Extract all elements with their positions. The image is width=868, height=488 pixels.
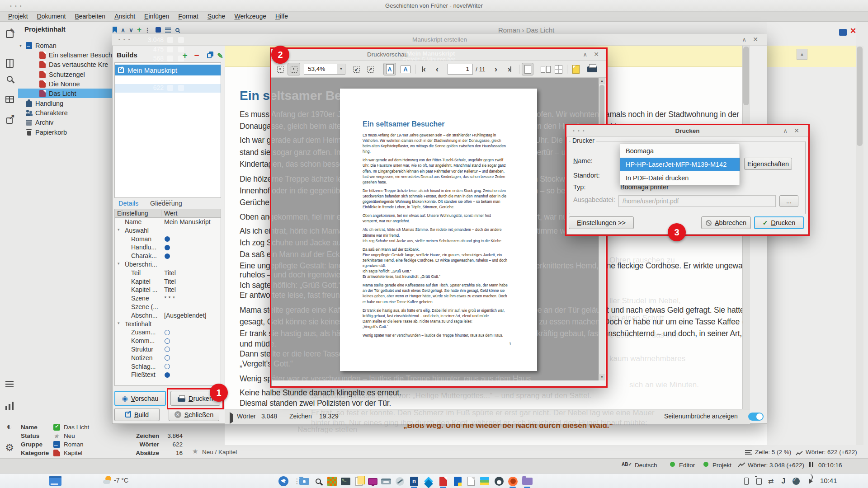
last-page-button[interactable]: › (504, 63, 515, 75)
detail-row[interactable]: ▾ Teil Titel (115, 269, 221, 277)
more-options-icon[interactable]: ⋮ (144, 26, 151, 33)
detail-row[interactable]: ▾ Name Mein Manuskript (115, 218, 221, 226)
paint-app-icon[interactable] (394, 476, 406, 487)
tree-item-charaktere[interactable]: ▾ Charaktere (18, 108, 112, 117)
weather-temperature[interactable]: -7 °C (114, 477, 128, 484)
mosaic-app-icon[interactable] (326, 476, 338, 487)
detail-row[interactable]: ▾ Kapitel Titel (115, 277, 221, 286)
detail-row[interactable]: ▾ Handlu... (115, 243, 221, 252)
drucken-confirm-button[interactable]: ✓Drucken (754, 216, 804, 229)
show-desktop-icon[interactable] (49, 476, 61, 486)
tree-item-archiv[interactable]: ▾ Archiv (18, 117, 112, 127)
launcher-bird-icon[interactable] (278, 476, 289, 487)
collapse-arrow-icon[interactable]: ▾ (19, 43, 26, 48)
novelwriter-app-icon[interactable] (408, 476, 420, 487)
window-dots-icon[interactable]: • • • (10, 0, 23, 12)
single-page-button[interactable] (522, 63, 533, 75)
list-view-icon[interactable] (164, 26, 171, 33)
scroll-up-icon[interactable]: ▲ (797, 49, 807, 60)
editor-scrollbar-thumb[interactable] (857, 47, 863, 146)
search-icon[interactable] (3, 72, 16, 85)
phone-tray-icon[interactable] (741, 477, 751, 485)
joplin-tray-icon[interactable] (778, 477, 788, 485)
next-page-button[interactable]: › (491, 63, 501, 75)
detail-row[interactable]: ▾ Überschri... (115, 260, 221, 269)
edit-mode-icon[interactable] (3, 28, 16, 40)
github-app-icon[interactable] (493, 476, 505, 487)
tree-item-nonne[interactable]: ▾ Die Nonne (18, 79, 112, 89)
first-page-button[interactable]: ‹ (419, 63, 429, 75)
menu-item[interactable]: Hilfe (271, 12, 292, 21)
display-app-icon[interactable] (367, 476, 378, 487)
zoom-dropdown-icon[interactable]: ▼ (337, 64, 345, 75)
menu-item[interactable]: Projekt (4, 12, 33, 21)
editor-maximize-icon[interactable] (839, 29, 847, 36)
text-doc-app-icon[interactable] (465, 476, 477, 487)
detail-row[interactable]: ▾ Szene * * * (115, 294, 221, 303)
overview-pages-button[interactable] (552, 63, 564, 75)
print-preview-titlebar[interactable]: Druckvorschau Mein Manuskript Erstellt: … (271, 49, 606, 61)
detail-row[interactable]: ▾ Schlag... (115, 362, 221, 371)
file-manager-icon[interactable] (298, 476, 310, 487)
tree-item-schutzengel[interactable]: ▾ Schutzengel (18, 70, 112, 79)
menu-item[interactable]: Ansicht (110, 12, 140, 21)
schliessen-button[interactable]: ✕ Schließen (169, 408, 219, 421)
stats-expand-icon[interactable] (230, 414, 233, 422)
add-item-icon[interactable]: + (136, 26, 143, 33)
menu-item[interactable]: Werkzeuge (230, 12, 271, 21)
tab-details[interactable]: Details (118, 200, 138, 207)
menu-item[interactable]: Format (174, 12, 203, 21)
filter-search-icon[interactable] (174, 26, 181, 33)
browse-button[interactable]: ... (779, 195, 798, 207)
pdf-app-icon[interactable] (437, 476, 449, 487)
minimize-icon[interactable]: ∧ (583, 49, 587, 60)
outline-icon[interactable] (3, 93, 16, 106)
move-down-icon[interactable]: ∨ (127, 26, 135, 33)
zoom-out-button[interactable]: ↙ (350, 63, 362, 75)
search-app-icon[interactable] (312, 476, 324, 487)
printer-option[interactable]: HP-HP-LaserJet-MFP-M139-M142 (620, 158, 740, 171)
output-file-input[interactable]: /home/user/print.pdf (618, 195, 776, 207)
settings-gear-icon[interactable] (3, 441, 16, 454)
landscape-button[interactable]: A (399, 63, 412, 75)
pause-icon[interactable] (809, 462, 813, 467)
firefox-app-icon[interactable] (507, 476, 519, 487)
fit-page-button[interactable] (288, 63, 300, 75)
group-arrow-icon[interactable]: ▾ (118, 321, 120, 325)
clock[interactable]: 10:41 (820, 477, 837, 484)
pagebreak-toggle[interactable] (748, 413, 764, 421)
vorschau-button[interactable]: ◉ Vorschau (114, 391, 166, 406)
editor-close-icon[interactable]: ✕ (850, 26, 856, 36)
pdf-reader-app-icon[interactable] (452, 476, 463, 487)
detail-row[interactable]: ▾ Roman (115, 235, 221, 244)
zoom-in-button[interactable]: ↗ (364, 63, 376, 75)
print-dialog-titlebar[interactable]: • • • Drucken ∧ ✕ (566, 125, 808, 137)
minimize-icon[interactable]: ∧ (742, 34, 746, 45)
detail-row[interactable]: ▾ Kapitel ... Titel (115, 286, 221, 294)
theme-contrast-icon[interactable] (3, 420, 16, 433)
detail-row[interactable]: ▾ Charak... (115, 252, 221, 260)
swap-tray-icon[interactable] (766, 477, 776, 485)
detail-row[interactable]: ▾ Fließtext (115, 371, 221, 379)
tree-item-papierkorb[interactable]: ▾ Papierkorb (18, 127, 112, 137)
menu-item[interactable]: Suche (203, 12, 230, 21)
files-purple-app-icon[interactable] (521, 476, 533, 487)
detail-row[interactable]: ▾ Abschn... [Ausgeblendet] (115, 311, 221, 320)
terminal-app-icon[interactable] (340, 476, 351, 487)
scanner-app-icon[interactable] (380, 476, 392, 487)
column-value[interactable]: Wert (164, 210, 177, 217)
zoom-level-input[interactable]: 53,4% (304, 64, 337, 75)
detail-row[interactable]: ▾ Notizen (115, 354, 221, 362)
close-icon[interactable]: ✕ (594, 49, 599, 60)
preview-scroll-up-icon[interactable]: ▲ (599, 78, 605, 84)
sync-check-tray-icon[interactable] (791, 477, 801, 485)
facing-pages-button[interactable] (536, 63, 550, 75)
stats-icon[interactable] (3, 399, 16, 412)
tree-item-roman[interactable]: ▾ Roman (18, 41, 112, 50)
build-export-icon[interactable] (3, 113, 16, 126)
eigenschaften-button[interactable]: Eigenschaften (744, 158, 792, 170)
close-icon[interactable]: ✕ (794, 125, 799, 136)
menu-item[interactable]: Einfügen (140, 12, 174, 21)
detail-row[interactable]: ▾ Zusam... (115, 328, 221, 337)
printer-option[interactable]: In PDF-Datei drucken (620, 171, 740, 185)
